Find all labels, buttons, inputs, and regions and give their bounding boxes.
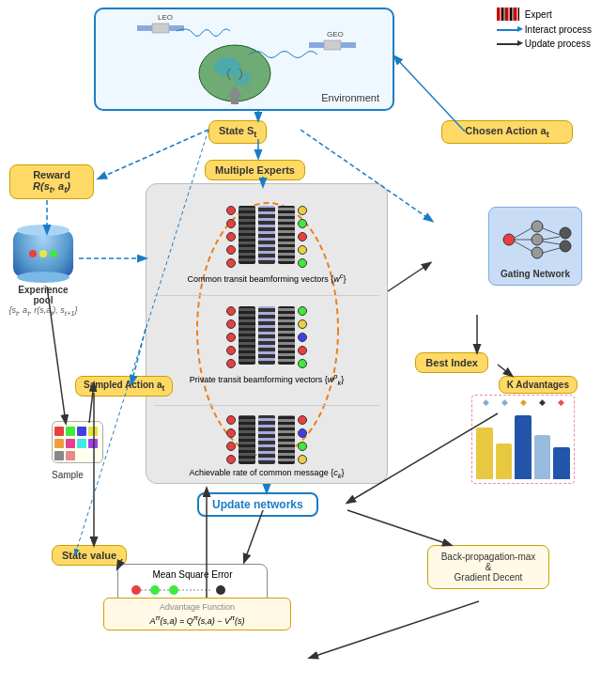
best-index-label: Best Index [425,357,478,368]
svg-line-50 [498,365,512,376]
best-index-box: Best Index [415,352,488,373]
db-dot-red [29,250,37,257]
advantage-function-box: Advantage Function Aπ(s,a) = Qπ(s,a) − V… [103,598,291,630]
bar-3 [515,415,532,479]
nn-col-1 [226,206,236,268]
svg-point-3 [233,70,252,86]
svg-point-16 [532,221,543,232]
divider1 [154,295,379,296]
svg-rect-10 [341,42,356,48]
experience-pool-section: Experience pool {st, at, r(s,at), st+1} [8,230,79,318]
diamond-4: ◆ [539,397,546,407]
legend-update-label: Update process [525,39,591,49]
svg-rect-32 [54,439,64,448]
section1-label: Common transit beamforming vectors {wc} [146,272,387,284]
experts-panel: Common transit beamforming vectors {wc} [146,183,388,484]
mse-title: Mean Square Error [126,569,259,580]
svg-line-24 [543,228,560,235]
reward-formula: R(st, at) [20,180,84,194]
backprop-label: Back-propagation-max [436,552,541,562]
exp-pool-label: Experience pool [8,285,79,305]
svg-rect-28 [54,427,64,436]
advantage-label: Advantage Function [112,602,283,612]
section2-area: Private transit beamforming vectors {wpk… [146,299,387,387]
svg-rect-29 [66,427,75,436]
k-advantages-label: K Advantages [507,380,569,390]
svg-point-39 [150,585,160,595]
backprop-box: Back-propagation-max & Gradient Decent [427,545,549,589]
svg-rect-35 [88,439,98,448]
gating-network-label: Gating Network [495,269,576,279]
gating-network-box: Gating Network [488,207,582,286]
sampled-action-box: Sampled Action at [75,376,173,397]
svg-point-40 [169,585,178,595]
bar-5 [553,447,570,479]
nn-col-2-1 [226,306,236,368]
svg-rect-9 [309,42,324,48]
sampled-action-label: Sampled Action at [84,380,164,390]
svg-point-15 [503,234,515,245]
gating-network-graph [495,213,579,265]
section3-label: Achievable rate of common message {ck} [146,468,387,480]
svg-point-19 [560,227,571,239]
section3-area: Achievable rate of common message {ck} [146,408,387,480]
nn-col-2-5 [298,306,307,368]
bar-chart: ◆ ◆ ◆ ◆ ◆ [471,395,575,484]
env-label: Environment [321,92,379,103]
nn-col-2 [239,206,255,268]
svg-point-18 [532,247,543,258]
section2-label: Private transit beamforming vectors {wpk… [146,372,387,387]
svg-rect-31 [88,427,98,436]
svg-line-53 [99,130,208,179]
nn-col-5 [298,206,307,268]
interact-line-icon [497,29,519,31]
svg-line-27 [543,248,560,253]
svg-text:GEO: GEO [327,30,344,39]
svg-rect-37 [66,451,75,460]
nn-section3 [146,415,387,464]
svg-line-64 [310,601,479,658]
legend-interact-item: Interact process [497,24,592,35]
svg-line-26 [543,241,560,244]
chosen-action-box: Chosen Action at [441,120,573,144]
legend-expert-label: Expert [525,9,552,20]
state-value-label: State value [62,550,116,561]
nn-col-3-5 [298,415,307,464]
svg-rect-36 [54,451,64,460]
reward-box: Reward R(st, at) [9,164,94,199]
diamond-1: ◆ [483,397,489,407]
multiple-experts-label: Multiple Experts [215,164,295,176]
svg-point-38 [131,585,141,595]
nn-col-3 [258,206,275,268]
sample-box [52,421,103,463]
database-icon [13,230,73,277]
svg-rect-33 [66,439,75,448]
divider2 [154,405,379,406]
sample-icon [53,422,104,464]
diamond-3: ◆ [520,397,527,407]
nn-col-3-1 [226,415,236,464]
db-dot-green [50,250,57,257]
nn-section1 [146,206,387,268]
svg-line-21 [515,228,532,238]
expert-icon [497,8,519,21]
update-networks-label: Update networks [212,498,303,511]
nn-col-4 [278,206,295,268]
svg-point-44 [216,585,225,595]
chosen-action-label: Chosen Action at [465,125,548,136]
advantage-formula: Aπ(s,a) = Qπ(s,a) − Vπ(s) [112,614,283,626]
sample-label: Sample [52,470,84,480]
svg-point-20 [560,241,571,252]
bar-2 [496,443,513,479]
update-networks-box: Update networks [197,492,318,517]
svg-rect-6 [169,25,184,31]
legend-update-item: Update process [497,39,592,49]
svg-rect-4 [152,23,169,33]
state-box: State St [208,120,267,144]
diamond-2: ◆ [501,397,508,407]
svg-point-17 [532,234,543,245]
svg-line-25 [543,237,560,240]
svg-line-23 [515,241,532,251]
nn-section2 [146,306,387,368]
mse-progress [127,583,258,598]
